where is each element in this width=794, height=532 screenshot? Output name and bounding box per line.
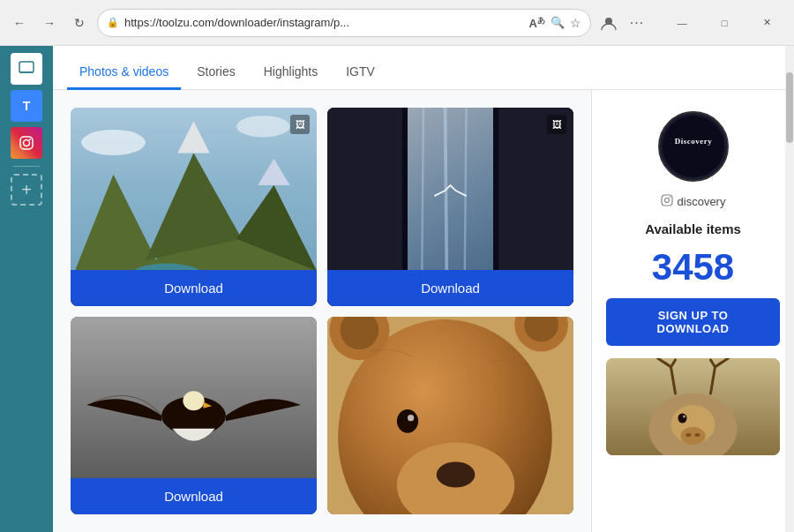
zoom-icon: 🔍 (551, 16, 565, 29)
tab-igtv[interactable]: IGTV (333, 56, 387, 90)
close-button[interactable]: ✕ (746, 9, 787, 37)
photo-item-waterfall: 🖼 Download (327, 108, 573, 306)
svg-point-47 (686, 433, 692, 437)
main-container: T + Photos & videos Stories Highlights (0, 46, 794, 532)
profile-name-row: discovery (661, 194, 726, 209)
discovery-logo: Discovery (663, 116, 724, 177)
download-button-eagle[interactable]: Download (71, 478, 317, 514)
translate-icon: Aあ (529, 15, 545, 30)
svg-rect-3 (20, 137, 33, 149)
svg-point-44 (678, 414, 687, 423)
tab-stories[interactable]: Stories (184, 56, 248, 90)
address-bar[interactable]: 🔒 https://toolzu.com/downloader/instagra… (97, 9, 591, 37)
browser-chrome: ← → ↻ 🔒 https://toolzu.com/downloader/in… (0, 0, 794, 46)
instagram-icon-small (661, 194, 673, 209)
profile-button[interactable] (596, 11, 621, 35)
sidebar-t-icon[interactable]: T (11, 90, 42, 122)
star-icon: ☆ (570, 16, 581, 30)
item-count: 3458 (652, 249, 734, 286)
window-controls: — □ ✕ (662, 9, 787, 37)
forward-button[interactable]: → (37, 11, 62, 35)
photo-type-icon: 🖼 (290, 115, 310, 134)
photo-item-bear (327, 317, 573, 515)
scrollbar-track[interactable] (785, 46, 794, 532)
tabs-bar: Photos & videos Stories Highlights IGTV (53, 46, 794, 90)
photo-item-eagle: Download (71, 317, 317, 515)
deer-preview (606, 358, 780, 455)
svg-point-45 (683, 416, 685, 418)
minimize-button[interactable]: — (662, 9, 702, 37)
download-button-waterfall[interactable]: Download (327, 270, 573, 306)
svg-point-48 (695, 433, 700, 437)
more-button[interactable]: ··· (625, 11, 649, 35)
svg-rect-1 (19, 62, 34, 72)
browser-actions: ··· (596, 11, 649, 35)
sidebar-add-button[interactable]: + (11, 174, 42, 206)
download-button-mountain[interactable]: Download (71, 270, 317, 306)
svg-rect-38 (662, 195, 672, 206)
svg-point-14 (236, 116, 290, 137)
svg-point-13 (81, 130, 146, 155)
reload-button[interactable]: ↻ (67, 11, 92, 35)
right-panel: Discovery discovery Available items (591, 90, 794, 532)
url-text: https://toolzu.com/downloader/instagram/… (124, 16, 524, 29)
profile-avatar: Discovery (658, 111, 729, 182)
profile-username: discovery (678, 195, 726, 208)
photo-type-icon-2: 🖼 (547, 115, 566, 134)
svg-point-34 (397, 408, 418, 432)
page-content: 🖼 Download (53, 90, 794, 532)
photo-item-mountain: 🖼 Download (71, 108, 317, 306)
lock-icon: 🔒 (107, 17, 119, 28)
svg-point-4 (24, 140, 30, 146)
svg-point-33 (437, 461, 476, 487)
sidebar: T + (0, 46, 53, 532)
scrollbar-thumb[interactable] (786, 72, 793, 143)
t-label: T (23, 99, 31, 113)
sidebar-divider (13, 166, 40, 167)
svg-point-39 (664, 199, 669, 203)
svg-text:Discovery: Discovery (674, 137, 712, 146)
svg-point-40 (669, 197, 670, 199)
signup-download-button[interactable]: SIGN UP TO DOWNLOAD (606, 298, 780, 346)
sidebar-tab-icon[interactable] (11, 53, 42, 85)
photo-grid: 🖼 Download (53, 90, 591, 532)
svg-point-36 (663, 116, 724, 177)
svg-point-35 (408, 415, 414, 421)
tab-highlights[interactable]: Highlights (251, 56, 330, 90)
sidebar-instagram-icon[interactable] (11, 127, 42, 159)
back-button[interactable]: ← (7, 11, 32, 35)
svg-point-5 (29, 139, 31, 140)
available-label: Available items (645, 221, 741, 236)
content-area: Photos & videos Stories Highlights IGTV (53, 46, 794, 532)
svg-point-46 (681, 427, 706, 445)
svg-point-25 (183, 391, 204, 410)
maximize-button[interactable]: □ (704, 9, 745, 37)
tab-photos-videos[interactable]: Photos & videos (67, 56, 181, 90)
add-label: + (21, 180, 32, 200)
